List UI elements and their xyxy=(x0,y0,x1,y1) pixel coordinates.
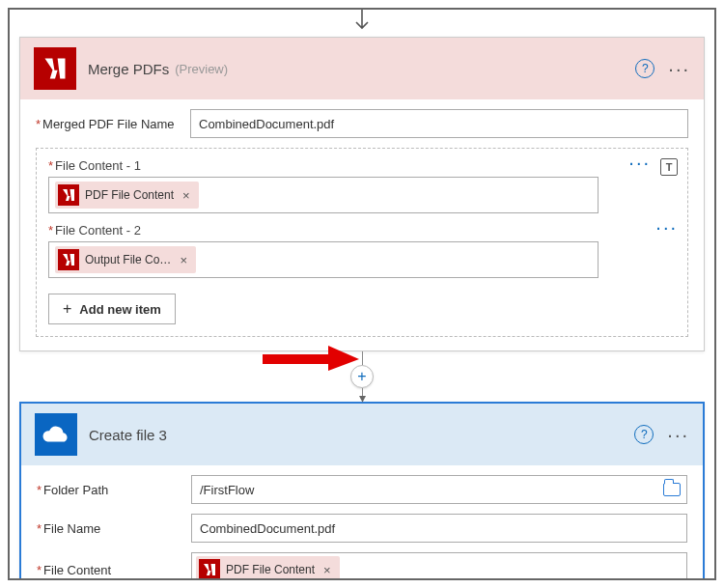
help-icon[interactable]: ? xyxy=(635,59,654,78)
create-file-card: Create file 3 ? ··· *Folder Path /FirstF… xyxy=(19,402,705,580)
card-title: Create file 3 xyxy=(89,427,167,443)
output-file-content-token: Output File Co… × xyxy=(55,246,196,273)
merged-name-label: *Merged PDF File Name xyxy=(36,117,190,131)
plus-icon: + xyxy=(63,300,71,318)
adobe-icon xyxy=(199,559,220,580)
file-content-group: *File Content - 1 ··· T PDF File Content… xyxy=(36,148,688,337)
create-file-body: *Folder Path /FirstFlow *File Name Combi… xyxy=(21,465,703,580)
create-file-header[interactable]: Create file 3 ? ··· xyxy=(21,404,703,465)
merge-pdfs-body: *Merged PDF File Name CombinedDocument.p… xyxy=(20,99,704,350)
incoming-arrow-icon xyxy=(10,10,714,37)
flow-canvas: Merge PDFs (Preview) ? ··· *Merged PDF F… xyxy=(8,8,716,580)
card-title: Merge PDFs xyxy=(88,61,169,77)
file-content-2-input[interactable]: Output File Co… × xyxy=(48,241,599,278)
file-content-2-label: *File Content - 2 xyxy=(48,223,676,238)
file-name-label: *File Name xyxy=(37,521,191,536)
merged-name-input[interactable]: CombinedDocument.pdf xyxy=(190,109,688,138)
folder-path-input[interactable]: /FirstFlow xyxy=(191,475,687,504)
more-menu-icon[interactable]: ··· xyxy=(667,432,689,437)
adobe-icon xyxy=(34,47,76,90)
insert-step-button[interactable]: + xyxy=(350,365,374,388)
file-content-1-input[interactable]: PDF File Content × xyxy=(48,177,599,213)
more-menu-icon[interactable]: ··· xyxy=(668,66,690,71)
remove-token-icon[interactable]: × xyxy=(177,253,190,267)
add-new-item-button[interactable]: + Add new item xyxy=(48,294,176,324)
item-menu-icon[interactable]: ··· xyxy=(628,158,651,176)
help-icon[interactable]: ? xyxy=(634,425,654,444)
merge-pdfs-header[interactable]: Merge PDFs (Preview) ? ··· xyxy=(20,38,704,99)
file-name-input[interactable]: CombinedDocument.pdf xyxy=(191,514,687,543)
insert-step-connector: + ▾ xyxy=(10,351,714,402)
file-content-input[interactable]: PDF File Content × xyxy=(191,552,687,580)
pdf-file-content-token: PDF File Content × xyxy=(55,182,199,209)
remove-token-icon[interactable]: × xyxy=(180,188,193,203)
folder-path-label: *Folder Path xyxy=(37,483,191,497)
file-content-1-label: *File Content - 1 xyxy=(48,158,676,173)
preview-label: (Preview) xyxy=(175,62,228,76)
adobe-icon xyxy=(58,184,79,206)
switch-mode-icon[interactable]: T xyxy=(660,158,678,176)
item-menu-icon[interactable]: ··· xyxy=(655,223,678,231)
pdf-file-content-token: PDF File Content × xyxy=(196,556,340,580)
merge-pdfs-card: Merge PDFs (Preview) ? ··· *Merged PDF F… xyxy=(19,37,705,351)
remove-token-icon[interactable]: × xyxy=(320,563,334,577)
file-content-label: *File Content xyxy=(37,563,191,577)
adobe-icon xyxy=(58,249,79,270)
folder-picker-icon[interactable] xyxy=(663,483,681,496)
onedrive-icon xyxy=(35,413,77,456)
